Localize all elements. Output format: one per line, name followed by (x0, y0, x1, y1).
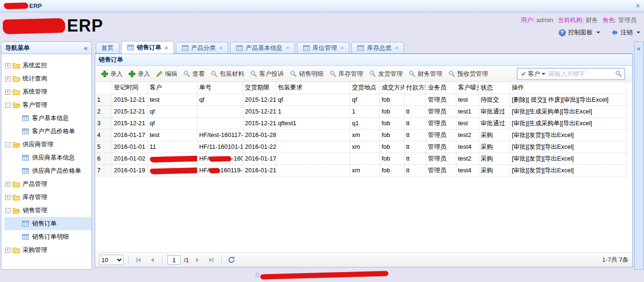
toolbar-button-1[interactable]: 录入 (125, 68, 153, 80)
sidebar-item-11[interactable]: -销售管理 (4, 204, 91, 217)
search-icon[interactable] (615, 70, 622, 78)
expand-icon[interactable]: + (5, 89, 10, 95)
row-actions[interactable]: [审批][生成采购单][导出Excel] (510, 105, 626, 117)
last-page-button[interactable] (206, 255, 216, 265)
column-header[interactable]: 登记时间 (112, 82, 148, 94)
table-cell: 1 (350, 105, 380, 117)
table-row[interactable]: 12015-12-21testqf2015-12-21qfqffob管理员tes… (95, 94, 632, 105)
add-icon (101, 70, 108, 78)
next-page-button[interactable] (192, 255, 203, 265)
row-number: 6 (95, 153, 112, 164)
first-page-button[interactable] (133, 255, 144, 265)
sidebar-item-2[interactable]: +系统管理 (4, 85, 91, 98)
tab-close-icon[interactable]: × (219, 45, 223, 51)
redacted-text (209, 168, 220, 174)
tab-close-icon[interactable]: × (395, 45, 398, 51)
toolbar-button-2[interactable]: 编辑 (153, 68, 180, 80)
sidebar-item-3[interactable]: -客户管理 (4, 98, 91, 112)
logout-button[interactable]: 注销 (611, 28, 640, 37)
scrollbar-area[interactable] (627, 82, 632, 252)
toolbar-button-6[interactable]: 销售明细 (287, 68, 326, 80)
search-input[interactable] (548, 70, 615, 77)
expand-icon[interactable]: + (5, 63, 10, 68)
row-actions[interactable]: [审批][发货][导出Excel] (510, 129, 626, 141)
table-row[interactable]: 32015-12-21qf2015-12-21qftest1q1fobtt管理员… (95, 117, 632, 129)
table-row[interactable]: 72016-01-19nHF/160119-12016-01-21xmfobtt… (95, 164, 632, 176)
collapse-sidebar-icon[interactable]: « (84, 44, 88, 52)
sidebar-item-13[interactable]: 销售订单明细 (4, 230, 91, 243)
row-actions[interactable]: [审批][发货][导出Excel] (510, 153, 626, 164)
column-header[interactable]: 单号 (197, 82, 243, 94)
table-row[interactable]: 62016-01-02HF/-16012016-01-17fobtt管理员tes… (95, 153, 632, 164)
tab-0[interactable]: 首页 (96, 42, 119, 53)
column-header[interactable]: 客户 (148, 82, 197, 94)
column-header[interactable]: 业务员 (426, 82, 456, 94)
row-actions[interactable]: [删除][ 提交][ 作废][审批][导出Excel] (510, 94, 626, 105)
sidebar-item-0[interactable]: +系统监控 (4, 59, 91, 72)
toolbar-button-5[interactable]: 客户投诉 (247, 68, 287, 80)
sidebar-item-5[interactable]: 客户产品价格单 (4, 125, 91, 138)
search-field-button[interactable]: ✔ 客户 (520, 70, 545, 78)
column-header[interactable]: 状态 (479, 82, 510, 94)
table-row[interactable]: 22015-12-21qf2015-12-2111fobtt管理员test1审批… (95, 105, 632, 117)
toolbar-button-8[interactable]: 发货管理 (366, 68, 405, 80)
table-row[interactable]: 42016-01-17testHF/test-160117-12016-01-2… (95, 129, 632, 141)
column-header[interactable]: 操作 (510, 82, 626, 94)
table-icon (22, 220, 29, 227)
sidebar-item-7[interactable]: 供应商基本信息 (4, 151, 91, 164)
sidebar-item-12[interactable]: 销售订单 (4, 217, 91, 230)
control-panel-label: 控制面板 (568, 28, 593, 37)
sidebar-item-8[interactable]: 供应商产品价格单 (4, 164, 91, 177)
page-number-input[interactable] (167, 255, 181, 265)
expand-east-panel-icon[interactable]: « (637, 45, 641, 52)
toolbar-button-9[interactable]: 财务管理 (405, 68, 445, 80)
tab-5[interactable]: 库存总览× (351, 42, 404, 53)
sidebar-item-9[interactable]: +产品管理 (4, 177, 91, 191)
column-header[interactable]: 成交方式 (380, 82, 404, 94)
sidebar-item-4[interactable]: 客户基本信息 (4, 112, 91, 125)
column-header[interactable]: 交货期限 (243, 82, 276, 94)
tab-3[interactable]: 产品基本信息× (230, 42, 295, 53)
page-size-select[interactable]: 10 (99, 255, 124, 265)
control-panel-button[interactable]: ? 控制面板 (559, 28, 600, 37)
collapse-topbar-icon[interactable]: « (635, 4, 642, 8)
toolbar-button-4[interactable]: 包装材料 (207, 68, 247, 80)
table-icon (303, 44, 310, 52)
row-actions[interactable]: [审批][发货][导出Excel] (510, 141, 626, 153)
expand-icon[interactable]: + (5, 182, 10, 187)
tab-1[interactable]: 销售订单× (121, 41, 174, 54)
toolbar-button-0[interactable]: 录入 (98, 68, 125, 80)
column-header[interactable]: 客户唛头 (456, 82, 479, 94)
prev-page-button[interactable] (147, 255, 157, 265)
collapse-icon[interactable]: - (5, 103, 10, 108)
table-icon (22, 233, 29, 241)
expand-icon[interactable]: + (5, 248, 10, 253)
row-actions[interactable]: [审批][发货][导出Excel] (510, 164, 626, 176)
sidebar-item-14[interactable]: +采购管理 (4, 243, 91, 257)
redacted-text (209, 156, 231, 161)
sidebar-item-6[interactable]: -供应商管理 (4, 138, 91, 151)
table-cell: 2016-01-22 (243, 141, 276, 153)
collapse-icon[interactable]: - (5, 142, 10, 147)
sidebar-item-10[interactable]: +库存管理 (4, 191, 91, 204)
toolbar-button-label: 财务管理 (418, 70, 442, 78)
tab-4[interactable]: 库位管理× (297, 42, 350, 53)
tab-close-icon[interactable]: × (165, 45, 168, 51)
collapse-icon[interactable]: - (5, 208, 10, 213)
expand-icon[interactable]: + (5, 195, 10, 200)
expand-icon[interactable]: + (5, 76, 10, 81)
tab-close-icon[interactable]: × (286, 45, 289, 51)
column-header[interactable]: 包装要求 (276, 82, 350, 94)
toolbar-button-3[interactable]: 查看 (180, 68, 207, 80)
toolbar-button-7[interactable]: 库存管理 (326, 68, 366, 80)
toolbar-button-10[interactable]: 预收货管理 (445, 68, 491, 80)
column-header[interactable] (95, 82, 112, 94)
table-row[interactable]: 52016-01-0111HF/11-160101-12016-01-22xmf… (95, 141, 632, 153)
column-header[interactable]: 付款方式 (404, 82, 426, 94)
row-actions[interactable]: [审批][生成采购单][导出Excel] (510, 117, 626, 129)
refresh-button[interactable] (226, 255, 237, 265)
sidebar-item-1[interactable]: +统计查询 (4, 72, 91, 85)
tab-2[interactable]: 产品分类× (176, 42, 229, 53)
column-header[interactable]: 交货地点 (350, 82, 380, 94)
tab-close-icon[interactable]: × (340, 45, 344, 51)
